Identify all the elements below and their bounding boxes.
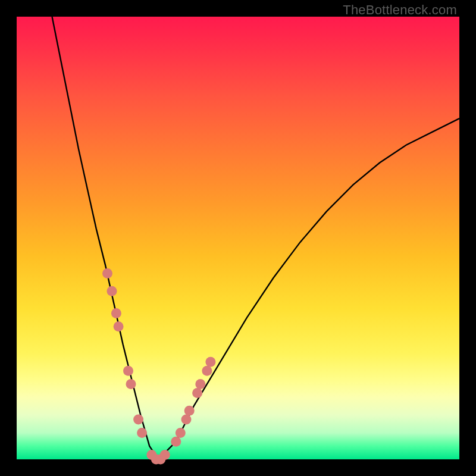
highlight-dot [176,428,186,438]
highlight-dot [184,406,195,416]
bottleneck-curve [52,17,460,459]
highlight-dot [160,450,170,460]
chart-svg [17,17,459,459]
highlight-dot [126,379,136,389]
highlight-dot [192,388,202,398]
highlight-dot [202,366,212,376]
highlight-dot [111,308,121,318]
highlight-dot [123,366,133,376]
highlight-dot [195,379,205,389]
highlight-dot [102,268,112,278]
highlight-dot [205,357,215,367]
markers-group [102,268,215,465]
highlight-dot [181,415,192,425]
watermark-text: TheBottleneck.com [343,2,457,18]
highlight-dot [133,415,143,425]
plot-area [17,17,459,459]
highlight-dot [114,321,124,331]
highlight-dot [171,437,181,447]
highlight-dot [107,286,117,296]
chart-frame: TheBottleneck.com [0,0,476,476]
highlight-dot [137,428,147,438]
curve-group [52,17,460,459]
